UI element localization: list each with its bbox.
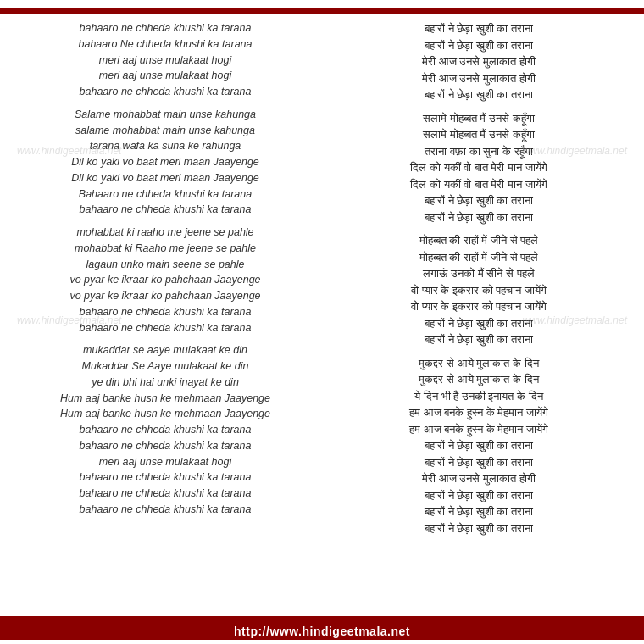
- right-line-1-6: बहारों ने छेड़ा ख़ुशी का तराना: [330, 209, 627, 226]
- right-stanza-3: मुकद्दर से आये मुलाकात के दिनमुकद्दर से …: [330, 355, 627, 537]
- right-line-2-3: वो प्यार के इकरार को पहचान जायेंगे: [330, 282, 627, 299]
- left-line-1-2: tarana wafa ka suna ke rahunga: [17, 138, 314, 154]
- right-line-3-5: बहारों ने छेड़ा ख़ुशी का तराना: [330, 437, 627, 454]
- left-line-3-8: bahaaro ne chheda khushi ka tarana: [17, 469, 314, 486]
- right-stanza-0: बहारों ने छेड़ा ख़ुशी का तरानाबहारों ने …: [330, 20, 627, 103]
- right-line-3-3: हम आज बनके हुस्न के मेहमान जायेंगे: [330, 404, 627, 421]
- left-line-2-3: vo pyar ke ikraar ko pahchaan Jaayenge: [17, 272, 314, 288]
- left-line-1-0: Salame mohabbat main unse kahunga: [17, 107, 314, 123]
- right-line-3-4: हम आज बनके हुस्न के मेहमान जायेंगे: [330, 421, 627, 438]
- left-line-1-5: Bahaaro ne chheda khushi ka tarana: [17, 186, 314, 203]
- right-line-3-6: बहारों ने छेड़ा ख़ुशी का तराना: [330, 454, 627, 471]
- left-line-2-4: vo pyar ke ikraar ko pahchaan Jaayenge: [17, 288, 314, 304]
- left-line-1-6: bahaaro ne chheda khushi ka tarana: [17, 202, 314, 218]
- left-stanza-3: mukaddar se aaye mulakaat ke dinMukaddar…: [17, 342, 314, 517]
- right-line-3-2: ये दिन भी है उनकी इनायत के दिन: [330, 388, 627, 405]
- right-line-0-4: बहारों ने छेड़ा ख़ुशी का तराना: [330, 86, 627, 103]
- left-line-3-10: bahaaro ne chheda khushi ka tarana: [17, 502, 314, 518]
- left-line-3-1: Mukaddar Se Aaye mulakaat ke din: [17, 358, 314, 375]
- left-line-0-3: meri aaj unse mulakaat hogi: [17, 68, 314, 84]
- left-line-0-1: bahaaro Ne chheda khushi ka tarana: [17, 36, 314, 53]
- right-line-1-3: दिल को यकीं वो बात मेरी मान जायेंगे: [330, 159, 627, 176]
- left-line-2-5: bahaaro ne chheda khushi ka tarana: [17, 304, 314, 320]
- content-area: www.hindigeetmala.net www.hindigeetmala.…: [0, 14, 644, 616]
- left-line-3-6: bahaaro ne chheda khushi ka tarana: [17, 438, 314, 454]
- right-line-1-0: सलामे मोहब्बत मैं उनसे कहूँगा: [330, 110, 627, 127]
- lyrics-wrapper: bahaaro ne chheda khushi ka taranabahaar…: [17, 20, 627, 612]
- footer-url: http://www.hindigeetmala.net: [234, 625, 410, 638]
- right-line-2-1: मोहब्बत की राहों में जीने से पहले: [330, 249, 627, 266]
- right-line-3-9: बहारों ने छेड़ा ख़ुशी का तराना: [330, 503, 627, 520]
- right-line-2-4: वो प्यार के इकरार को पहचान जायेंगे: [330, 298, 627, 315]
- left-line-0-0: bahaaro ne chheda khushi ka tarana: [17, 20, 314, 36]
- right-line-3-7: मेरी आज उनसे मुलाकात होगी: [330, 470, 627, 487]
- right-line-0-2: मेरी आज उनसे मुलाकात होगी: [330, 53, 627, 70]
- left-line-3-4: Hum aaj banke husn ke mehmaan Jaayenge: [17, 406, 314, 422]
- left-line-3-0: mukaddar se aaye mulakaat ke din: [17, 342, 314, 358]
- left-stanza-0: bahaaro ne chheda khushi ka taranabahaar…: [17, 20, 314, 100]
- right-line-1-4: दिल को यकीं वो बात मेरी मान जायेंगे: [330, 176, 627, 193]
- footer[interactable]: http://www.hindigeetmala.net: [0, 621, 644, 640]
- left-line-1-1: salame mohabbat main unse kahunga: [17, 123, 314, 139]
- left-line-0-4: bahaaro ne chheda khushi ka tarana: [17, 84, 314, 100]
- left-line-1-4: Dil ko yaki vo baat meri maan Jaayenge: [17, 170, 314, 186]
- left-line-3-2: ye din bhi hai unki inayat ke din: [17, 375, 314, 391]
- right-line-3-8: बहारों ने छेड़ा ख़ुशी का तराना: [330, 487, 627, 504]
- right-line-0-1: बहारों ने छेड़ा ख़ुशी का तराना: [330, 37, 627, 54]
- left-line-3-9: bahaaro ne chheda khushi ka tarana: [17, 486, 314, 502]
- right-line-2-6: बहारों ने छेड़ा ख़ुशी का तराना: [330, 331, 627, 348]
- right-stanza-2: मोहब्बत की राहों में जीने से पहलेमोहब्बत…: [330, 232, 627, 348]
- right-line-0-3: मेरी आज उनसे मुलाकात होगी: [330, 70, 627, 87]
- right-line-1-5: बहारों ने छेड़ा ख़ुशी का तराना: [330, 192, 627, 209]
- left-line-2-0: mohabbat ki raaho me jeene se pahle: [17, 225, 314, 241]
- left-stanza-1: Salame mohabbat main unse kahungasalame …: [17, 107, 314, 218]
- right-line-3-1: मुकद्दर से आये मुलाकात के दिन: [330, 371, 627, 388]
- left-stanza-2: mohabbat ki raaho me jeene se pahlemohab…: [17, 225, 314, 336]
- left-line-1-3: Dil ko yaki vo baat meri maan Jaayenge: [17, 154, 314, 170]
- right-line-2-0: मोहब्बत की राहों में जीने से पहले: [330, 232, 627, 249]
- right-line-0-0: बहारों ने छेड़ा ख़ुशी का तराना: [330, 20, 627, 37]
- right-line-3-10: बहारों ने छेड़ा ख़ुशी का तराना: [330, 520, 627, 537]
- left-column: bahaaro ne chheda khushi ka taranabahaar…: [17, 20, 314, 612]
- left-line-2-1: mohabbat ki Raaho me jeene se pahle: [17, 241, 314, 257]
- right-line-1-1: सलामे मोहब्बत मैं उनसे कहूँगा: [330, 126, 627, 143]
- page-container: www.hindigeetmala.net www.hindigeetmala.…: [0, 0, 644, 644]
- left-line-3-3: Hum aaj banke husn ke mehmaan Jaayenge: [17, 391, 314, 407]
- right-line-3-0: मुकद्दर से आये मुलाकात के दिन: [330, 355, 627, 372]
- right-line-1-2: तराना वफ़ा का सुना के रहूँगा: [330, 143, 627, 160]
- right-line-2-5: बहारों ने छेड़ा ख़ुशी का तराना: [330, 315, 627, 332]
- left-line-0-2: meri aaj unse mulakaat hogi: [17, 53, 314, 69]
- left-line-2-2: lagaun unko main seene se pahle: [17, 257, 314, 273]
- left-line-3-7: meri aaj unse mulakaat hogi: [17, 454, 314, 470]
- left-line-2-6: bahaaro ne chheda khushi ka tarana: [17, 320, 314, 336]
- right-column: बहारों ने छेड़ा ख़ुशी का तरानाबहारों ने …: [330, 20, 627, 612]
- right-line-2-2: लगाऊं उनको मैं सीने से पहले: [330, 265, 627, 282]
- right-stanza-1: सलामे मोहब्बत मैं उनसे कहूँगासलामे मोहब्…: [330, 110, 627, 226]
- left-line-3-5: bahaaro ne chheda khushi ka tarana: [17, 422, 314, 438]
